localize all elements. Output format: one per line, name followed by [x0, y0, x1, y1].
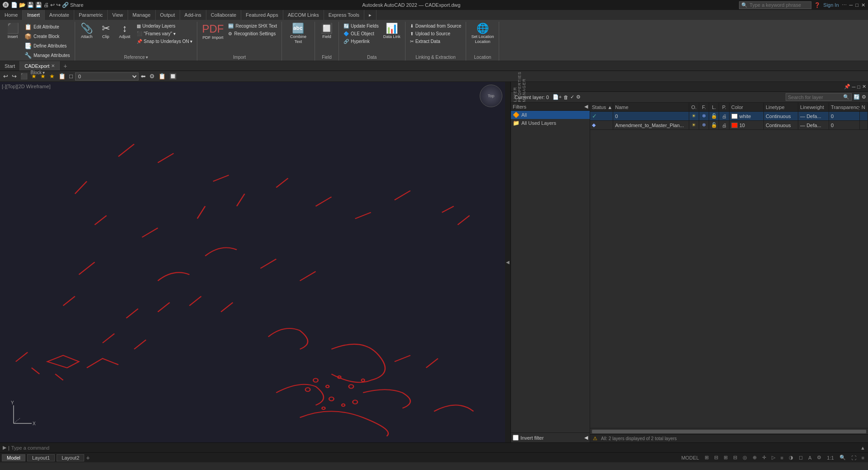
layer-search-box[interactable]: 🔍: [786, 93, 852, 101]
sign-in-button[interactable]: Sign In: [823, 2, 839, 8]
layer-search-input[interactable]: [788, 95, 842, 100]
osnap-btn[interactable]: ◎: [741, 454, 749, 461]
layout1-tab[interactable]: Layout1: [27, 454, 55, 461]
download-source-button[interactable]: ⬇ Download from Source: [408, 23, 463, 29]
define-attributes-button[interactable]: 📑 Define Attributes: [23, 42, 72, 50]
tab-aecom[interactable]: AECOM Links: [283, 10, 324, 20]
tb-layer-settings[interactable]: ⚙: [148, 72, 156, 80]
ducs-btn[interactable]: ✛: [760, 454, 768, 461]
cmd-expand[interactable]: ▲: [860, 445, 865, 451]
layer-h-scrollbar[interactable]: [590, 428, 868, 434]
workspace-btn[interactable]: ⚙: [815, 454, 823, 461]
more-icon[interactable]: ⋯: [842, 2, 847, 8]
layout2-tab[interactable]: Layout2: [57, 454, 84, 461]
fullscreen-btn[interactable]: ⛶: [849, 455, 858, 461]
units-btn[interactable]: 1:1: [825, 455, 835, 461]
keyword-search-input[interactable]: [749, 2, 808, 8]
manage-attributes-button[interactable]: 🔧 Manage Attributes: [23, 51, 72, 60]
lineweight-btn[interactable]: ≡: [779, 455, 785, 461]
tab-output[interactable]: Output: [156, 10, 180, 20]
tab-home[interactable]: Home: [0, 10, 23, 20]
model-btn[interactable]: MODEL: [679, 455, 701, 461]
undo-icon[interactable]: ↩: [50, 2, 55, 8]
snap-underlays-button[interactable]: 📌 Snap to Underlays ON ▾: [135, 38, 195, 45]
col-header-color[interactable]: Color: [730, 103, 764, 111]
layer-refresh-btn[interactable]: 🔄: [854, 94, 860, 100]
tab-more[interactable]: ▸: [364, 10, 377, 20]
layer-0-freeze[interactable]: ❄: [699, 112, 709, 120]
command-input[interactable]: [11, 445, 858, 451]
tb-layer-box[interactable]: □: [68, 72, 74, 80]
tb-layer-icon[interactable]: 📋: [57, 72, 67, 80]
filters-collapse[interactable]: ◀: [584, 104, 588, 109]
help-icon[interactable]: ❓: [814, 2, 820, 8]
close-button[interactable]: ✕: [861, 2, 865, 8]
tab-manage[interactable]: Manage: [128, 10, 156, 20]
make-current-btn[interactable]: ✓: [570, 94, 574, 100]
panel-collapse-handle[interactable]: ◀: [505, 82, 510, 442]
layer-0-transparency[interactable]: 0: [829, 112, 860, 120]
tab-view[interactable]: View: [108, 10, 128, 20]
layer-row-0[interactable]: ✓ 0 ☀ ❄ 🔓 🖨 white Continuous — Defa...: [590, 112, 868, 121]
layer-panel-close[interactable]: ✕: [862, 84, 866, 90]
share-label[interactable]: Share: [70, 2, 83, 8]
scrollbar-thumb[interactable]: [592, 430, 866, 433]
col-header-o[interactable]: O.: [689, 103, 699, 111]
minimize-button[interactable]: ─: [849, 2, 853, 8]
add-layout-btn[interactable]: +: [86, 454, 90, 461]
filter-all-used[interactable]: 📁 All Used Layers: [511, 119, 590, 127]
layer-0-plot[interactable]: 🖨: [719, 112, 729, 120]
layer-amend-name[interactable]: Amendment_to_Master_Plan...: [613, 121, 689, 129]
canvas-area[interactable]: [-][Top][2D Wireframe]: [0, 82, 505, 442]
recognize-shx-button[interactable]: 🔤 Recognize SHX Text: [226, 23, 279, 29]
layer-row-amendment[interactable]: ◆ Amendment_to_Master_Plan... ☀ ❄ 🔓 🖨 10…: [590, 121, 868, 130]
col-header-status[interactable]: Status ▲: [590, 103, 613, 111]
layer-0-lineweight[interactable]: — Defa...: [798, 112, 829, 120]
layer-0-color[interactable]: white: [730, 112, 764, 120]
edit-attribute-button[interactable]: 📋 Edit Attribute: [23, 23, 72, 31]
layer-amend-transparency[interactable]: 0: [829, 121, 860, 129]
clip-button[interactable]: ✂ Clip: [97, 23, 115, 40]
field-button[interactable]: 🔲 Field: [318, 23, 336, 40]
tab-insert[interactable]: Insert: [23, 10, 45, 20]
tb-layer-star1[interactable]: ★: [30, 72, 38, 80]
layer-amend-linetype[interactable]: Continuous: [764, 121, 798, 129]
annotation-btn[interactable]: A: [806, 455, 813, 461]
dynmode-btn[interactable]: ▷: [770, 454, 777, 461]
insert-button[interactable]: ⬛ Insert: [4, 23, 22, 40]
zoom-btn[interactable]: 🔍: [838, 454, 848, 461]
col-header-lineweight[interactable]: Lineweight: [798, 103, 829, 111]
layer-panel-pin[interactable]: 📌: [844, 84, 850, 90]
col-header-name[interactable]: Name: [613, 103, 689, 111]
col-header-f[interactable]: F.: [699, 103, 709, 111]
new-layer-btn[interactable]: 📄+: [553, 94, 562, 100]
frames-vary-button[interactable]: ⬛ "Frames vary" ▾: [135, 30, 195, 37]
col-header-transparency[interactable]: Transparency: [829, 103, 860, 111]
adjust-button[interactable]: ↕ Adjust: [116, 23, 134, 40]
transparency-btn[interactable]: ◑: [787, 454, 795, 461]
redo-icon[interactable]: ↪: [56, 2, 61, 8]
layer-amend-lineweight[interactable]: — Defa...: [798, 121, 829, 129]
layer-amend-freeze[interactable]: ❄: [699, 121, 709, 129]
tb-match[interactable]: 🔲: [168, 72, 178, 80]
layer-amend-plot[interactable]: 🖨: [719, 121, 729, 129]
tab-collaborate[interactable]: Collaborate: [206, 10, 241, 20]
extract-data-button[interactable]: ✂ Extract Data: [408, 38, 463, 45]
drawing-canvas[interactable]: [0, 82, 505, 442]
doc-tab-cadexport[interactable]: CADExport ✕: [20, 61, 60, 71]
new-icon[interactable]: 📄: [11, 2, 18, 8]
grid-btn[interactable]: ⊞: [703, 454, 711, 461]
layer-amend-lock[interactable]: 🔓: [709, 121, 719, 129]
tab-express[interactable]: Express Tools: [324, 10, 364, 20]
set-location-button[interactable]: 🌐 Set Location Location: [469, 23, 496, 45]
layer-amend-on[interactable]: ☀: [689, 121, 699, 129]
filter-all[interactable]: 🔶 All: [511, 111, 590, 119]
ole-object-button[interactable]: 🔷 OLE Object: [342, 30, 381, 37]
layer-0-lock[interactable]: 🔓: [709, 112, 719, 120]
doc-tab-close[interactable]: ✕: [51, 63, 55, 68]
customize-btn[interactable]: ≡: [860, 455, 866, 461]
app-menu-icon[interactable]: 🅐: [3, 1, 9, 9]
scrollbar-track[interactable]: [592, 430, 866, 433]
new-tab-button[interactable]: +: [60, 62, 71, 71]
delete-layer-btn[interactable]: 🗑: [563, 95, 568, 100]
